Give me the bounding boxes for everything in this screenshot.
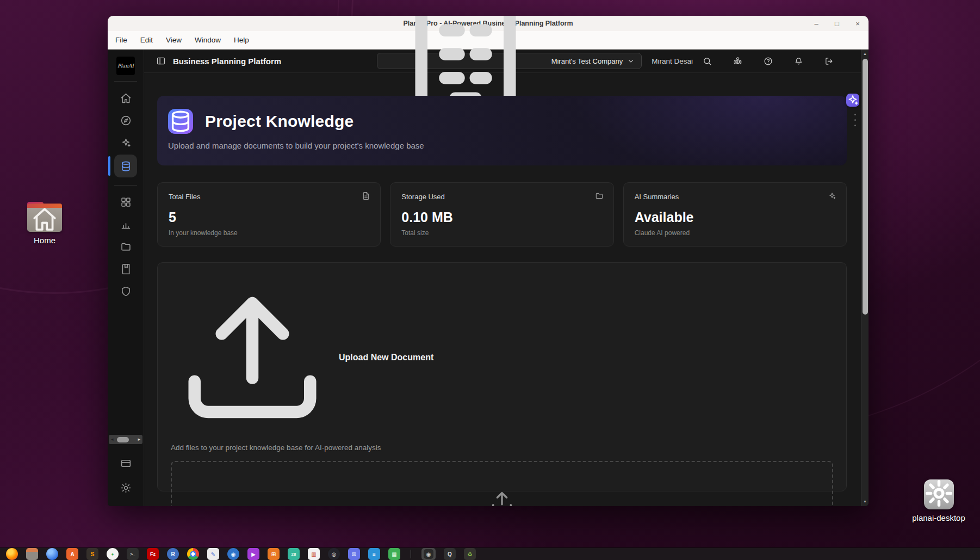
scrollbar-thumb[interactable]	[863, 59, 868, 315]
taskbar-office-impress[interactable]: ▥	[308, 548, 320, 560]
taskbar-obs-studio[interactable]: ◎	[328, 548, 340, 560]
close-button[interactable]: ×	[853, 20, 862, 27]
menu-edit[interactable]: Edit	[140, 36, 153, 44]
taskbar-software-store[interactable]: A	[66, 548, 78, 560]
taskbar-mail-client[interactable]: ✉	[348, 548, 360, 560]
taskbar-text-editor[interactable]: ✎	[207, 548, 219, 560]
upload-dropzone[interactable]: Drag and drop or click to upload Click t…	[171, 461, 833, 506]
app-header: Business Planning Platform Mirant's Test…	[144, 50, 869, 73]
taskbar-terminal[interactable]: >_	[127, 548, 139, 560]
sidebar-divider	[114, 185, 137, 186]
taskbar-file-manager[interactable]	[26, 548, 38, 560]
gear-icon	[120, 482, 132, 494]
menu-help[interactable]: Help	[234, 36, 249, 44]
upload-icon	[171, 276, 334, 439]
help-icon[interactable]	[764, 57, 773, 66]
nav-explore[interactable]	[115, 110, 136, 131]
sidebar: PlanAI ◂ ▸	[108, 50, 144, 506]
search-icon[interactable]	[703, 57, 712, 66]
bug-report-icon[interactable]	[733, 57, 742, 66]
hero-banner: Project Knowledge Upload and manage docu…	[157, 96, 847, 165]
book-icon	[120, 263, 132, 275]
folder-icon	[595, 192, 604, 200]
desktop: Home planai-desktop PlanAI Pro - AI-Powe…	[0, 0, 980, 560]
sidebar-pager[interactable]: ◂ ▸	[109, 435, 142, 444]
company-selector[interactable]: Mirant's Test Company	[377, 53, 642, 69]
planai-logo: PlanAI	[116, 57, 135, 75]
drag-handle-dots[interactable]	[854, 114, 856, 126]
credit-card-icon	[120, 458, 132, 469]
sidebar-divider	[114, 81, 137, 82]
taskbar-recycle-bin[interactable]: ♻	[464, 548, 476, 560]
menu-file[interactable]: File	[115, 36, 127, 44]
taskbar-calendar-28[interactable]: 28	[288, 548, 300, 560]
nav-documents[interactable]	[115, 236, 136, 257]
notifications-bell-icon[interactable]	[794, 57, 803, 66]
user-name: Mirant Desai	[652, 57, 693, 65]
app-window: PlanAI Pro - AI-Powered Business Plannin…	[108, 16, 869, 506]
file-text-icon	[362, 192, 370, 200]
taskbar-browser-blue[interactable]	[46, 548, 58, 560]
nav-knowledge-base[interactable]	[114, 155, 137, 177]
bar-chart-icon	[120, 219, 132, 230]
taskbar-separator	[411, 550, 411, 558]
vertical-scrollbar[interactable]: ▲ ▼	[861, 50, 869, 506]
knowledge-database-icon	[168, 109, 193, 134]
nav-billing[interactable]	[115, 453, 136, 473]
pager-right-icon[interactable]: ▸	[138, 437, 140, 442]
logout-icon[interactable]	[824, 57, 834, 66]
sparkles-icon	[846, 94, 859, 107]
taskbar-mongodb-compass[interactable]: ●	[107, 548, 119, 560]
nav-home[interactable]	[115, 88, 136, 108]
nav-settings[interactable]	[115, 477, 136, 498]
taskbar-search-tool[interactable]: Q	[444, 548, 456, 560]
menu-view[interactable]: View	[166, 36, 182, 44]
minimize-button[interactable]: –	[812, 20, 821, 27]
pager-left-icon[interactable]: ◂	[111, 437, 114, 442]
panel-toggle-icon[interactable]	[156, 56, 166, 66]
stat-label: AI Summaries	[635, 193, 835, 201]
taskbar-diagram-tool[interactable]: ⊞	[268, 548, 280, 560]
app-body: PlanAI ◂ ▸ Business Plan	[108, 50, 869, 506]
upload-card: Upload New Document Add files to your pr…	[157, 262, 847, 491]
taskbar: AS●>_FzR✎◉▶⊞28▥◎✉≡▦◉Q♻	[0, 547, 980, 560]
taskbar-r-project[interactable]: R	[167, 548, 179, 560]
taskbar-screenshot-tool[interactable]: ◉	[424, 549, 433, 559]
stat-value: Available	[635, 210, 835, 225]
main-area: Business Planning Platform Mirant's Test…	[144, 50, 869, 506]
nav-security[interactable]	[115, 281, 136, 301]
pager-handle[interactable]	[117, 437, 129, 442]
taskbar-firefox[interactable]	[6, 548, 18, 560]
taskbar-sublime-text[interactable]: S	[86, 548, 98, 560]
upload-title: Upload New Document	[339, 353, 433, 362]
ai-assistant-button[interactable]	[846, 94, 859, 107]
taskbar-document-editor[interactable]: ≡	[368, 548, 380, 560]
nav-analytics[interactable]	[115, 214, 136, 235]
desktop-icon-planai[interactable]: planai-desktop	[906, 479, 971, 522]
desktop-icon-home[interactable]: Home	[17, 205, 72, 245]
nav-library[interactable]	[115, 259, 136, 279]
taskbar-active-highlight[interactable]: ◉	[421, 548, 436, 560]
taskbar-chrome[interactable]	[187, 548, 199, 560]
stat-label: Total Files	[169, 193, 369, 201]
taskbar-filezilla[interactable]: Fz	[147, 548, 159, 560]
taskbar-spreadsheet[interactable]: ▦	[388, 548, 400, 560]
taskbar-media-player[interactable]: ▶	[247, 548, 259, 560]
taskbar-app-blue[interactable]: ◉	[227, 548, 239, 560]
chevron-down-icon	[627, 57, 635, 65]
scroll-up-icon[interactable]: ▲	[861, 52, 869, 56]
menu-window[interactable]: Window	[195, 36, 221, 44]
hero-subtitle: Upload and manage documents to build you…	[168, 141, 836, 150]
maximize-button[interactable]: □	[833, 20, 841, 27]
sparkles-icon	[828, 192, 836, 200]
stat-card-storage-used: Storage Used 0.10 MB Total size	[390, 182, 613, 247]
database-icon	[120, 161, 132, 172]
content-area: Project Knowledge Upload and manage docu…	[144, 73, 869, 506]
stat-card-total-files: Total Files 5 In your knowledge base	[157, 182, 381, 247]
stat-caption: Total size	[401, 229, 602, 237]
nav-modules[interactable]	[115, 192, 136, 212]
grid-icon	[120, 196, 132, 208]
shield-icon	[120, 286, 132, 297]
nav-ai-assistant[interactable]	[115, 132, 136, 153]
scroll-down-icon[interactable]: ▼	[861, 500, 869, 503]
